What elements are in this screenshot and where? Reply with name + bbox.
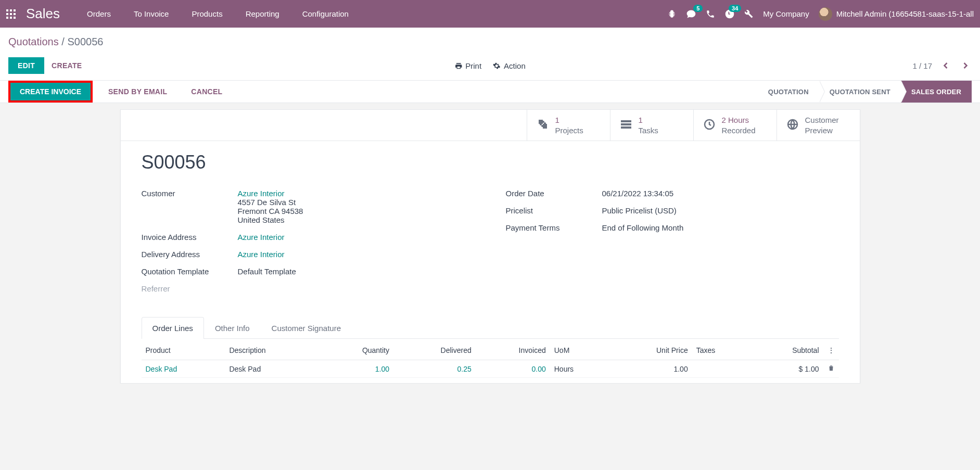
cancel-button[interactable]: CANCEL xyxy=(183,83,231,100)
gear-icon xyxy=(493,62,501,70)
template-value: Default Template xyxy=(238,267,296,276)
tab-signature[interactable]: Customer Signature xyxy=(261,317,352,339)
col-description[interactable]: Description xyxy=(225,341,319,360)
delivery-address-link[interactable]: Azure Interior xyxy=(238,250,285,259)
status-bar: CREATE INVOICE SEND BY EMAIL CANCEL QUOT… xyxy=(0,81,980,103)
svg-rect-10 xyxy=(621,123,631,125)
svg-rect-11 xyxy=(621,126,631,129)
stat-tasks-label: Tasks xyxy=(639,125,658,136)
action-button[interactable]: Action xyxy=(489,59,530,72)
col-uom[interactable]: UoM xyxy=(550,341,608,360)
table-row[interactable]: Desk Pad Desk Pad 1.00 0.25 0.00 Hours 1… xyxy=(142,360,839,378)
pricelist-label: Pricelist xyxy=(506,206,602,215)
company-name[interactable]: My Company xyxy=(763,9,809,18)
customer-link[interactable]: Azure Interior xyxy=(238,189,285,198)
status-quotation[interactable]: QUOTATION xyxy=(758,81,819,103)
tab-other-info[interactable]: Other Info xyxy=(204,317,261,339)
messages-icon[interactable]: 5 xyxy=(686,9,696,19)
order-date-value: 06/21/2022 13:34:05 xyxy=(602,189,674,198)
stat-tasks-button[interactable]: 1Tasks xyxy=(610,110,693,141)
pager-next-button[interactable] xyxy=(959,59,972,72)
activities-icon[interactable]: 34 xyxy=(724,9,735,19)
customer-addr3: United States xyxy=(238,215,285,224)
create-button[interactable]: CREATE xyxy=(44,57,89,74)
cell-delivered: 0.25 xyxy=(393,360,476,378)
activities-badge: 34 xyxy=(729,5,741,12)
pager-text[interactable]: 1 / 17 xyxy=(912,61,932,70)
send-email-button[interactable]: SEND BY EMAIL xyxy=(100,83,175,100)
print-icon xyxy=(454,62,462,70)
svg-rect-0 xyxy=(6,9,8,11)
pricelist-value: Public Pricelist (USD) xyxy=(602,206,677,215)
col-product[interactable]: Product xyxy=(142,341,225,360)
pager-prev-button[interactable] xyxy=(939,59,952,72)
svg-rect-2 xyxy=(14,9,16,11)
cell-product: Desk Pad xyxy=(142,360,225,378)
print-button[interactable]: Print xyxy=(450,59,486,72)
print-label: Print xyxy=(465,61,481,70)
col-subtotal[interactable]: Subtotal xyxy=(749,341,823,360)
cell-price: 1.00 xyxy=(608,360,692,378)
breadcrumb-parent[interactable]: Quotations xyxy=(8,36,59,47)
referrer-label: Referrer xyxy=(142,284,238,293)
control-panel: Quotations / S00056 EDIT CREATE Print Ac… xyxy=(0,28,980,81)
cell-subtotal: $ 1.00 xyxy=(749,360,823,378)
edit-button[interactable]: EDIT xyxy=(8,57,44,74)
status-sales-order[interactable]: SALES ORDER xyxy=(901,81,972,103)
cell-description: Desk Pad xyxy=(225,360,319,378)
content-area: 1Projects 1Tasks 2 HoursRecorded Custome… xyxy=(0,103,980,384)
col-options-button[interactable]: ⋮ xyxy=(823,341,839,360)
stat-hours-button[interactable]: 2 HoursRecorded xyxy=(693,110,777,141)
col-quantity[interactable]: Quantity xyxy=(319,341,393,360)
menu-to-invoice[interactable]: To Invoice xyxy=(122,0,181,28)
svg-rect-9 xyxy=(621,120,631,122)
avatar xyxy=(819,7,832,21)
delivery-address-label: Delivery Address xyxy=(142,250,238,259)
apps-icon[interactable] xyxy=(6,8,21,20)
app-title[interactable]: Sales xyxy=(26,6,60,22)
record-title: S00056 xyxy=(142,151,839,173)
svg-rect-4 xyxy=(10,13,12,15)
stat-hours-value: 2 Hours xyxy=(722,115,756,125)
col-unit-price[interactable]: Unit Price xyxy=(608,341,692,360)
action-label: Action xyxy=(504,61,526,70)
stat-preview-button[interactable]: CustomerPreview xyxy=(777,110,860,141)
puzzle-icon xyxy=(537,118,549,133)
create-invoice-button[interactable]: CREATE INVOICE xyxy=(8,81,93,103)
menu-products[interactable]: Products xyxy=(180,0,234,28)
payment-terms-label: Payment Terms xyxy=(506,223,602,232)
messages-badge: 5 xyxy=(693,5,703,12)
svg-rect-3 xyxy=(6,13,8,15)
stat-tasks-value: 1 xyxy=(639,115,658,125)
user-menu[interactable]: Mitchell Admin (16654581-saas-15-1-all xyxy=(819,7,974,21)
svg-rect-7 xyxy=(10,17,12,19)
col-taxes[interactable]: Taxes xyxy=(692,341,749,360)
debug-icon[interactable] xyxy=(667,9,677,19)
breadcrumb: Quotations / S00056 xyxy=(8,36,972,48)
phone-icon[interactable] xyxy=(706,9,715,19)
invoice-address-label: Invoice Address xyxy=(142,233,238,242)
cell-invoiced: 0.00 xyxy=(476,360,550,378)
main-menu: Orders To Invoice Products Reporting Con… xyxy=(75,0,360,28)
cell-quantity: 1.00 xyxy=(319,360,393,378)
row-delete-icon[interactable] xyxy=(823,360,839,378)
invoice-address-link[interactable]: Azure Interior xyxy=(238,233,285,242)
stat-projects-value: 1 xyxy=(555,115,583,125)
stat-buttons: 1Projects 1Tasks 2 HoursRecorded Custome… xyxy=(121,110,860,141)
menu-orders[interactable]: Orders xyxy=(75,0,122,28)
tools-icon[interactable] xyxy=(744,9,754,19)
stat-projects-label: Projects xyxy=(555,125,583,136)
order-lines-table: Product Description Quantity Delivered I… xyxy=(142,341,839,378)
menu-reporting[interactable]: Reporting xyxy=(234,0,291,28)
col-invoiced[interactable]: Invoiced xyxy=(476,341,550,360)
stat-projects-button[interactable]: 1Projects xyxy=(527,110,610,141)
cell-taxes xyxy=(692,360,749,378)
customer-label: Customer xyxy=(142,189,238,198)
order-date-label: Order Date xyxy=(506,189,602,198)
col-delivered[interactable]: Delivered xyxy=(393,341,476,360)
tab-order-lines[interactable]: Order Lines xyxy=(142,317,204,339)
form-sheet: 1Projects 1Tasks 2 HoursRecorded Custome… xyxy=(120,109,860,384)
menu-configuration[interactable]: Configuration xyxy=(291,0,360,28)
status-quotation-sent[interactable]: QUOTATION SENT xyxy=(819,81,901,103)
customer-addr1: 4557 De Silva St xyxy=(238,198,296,207)
